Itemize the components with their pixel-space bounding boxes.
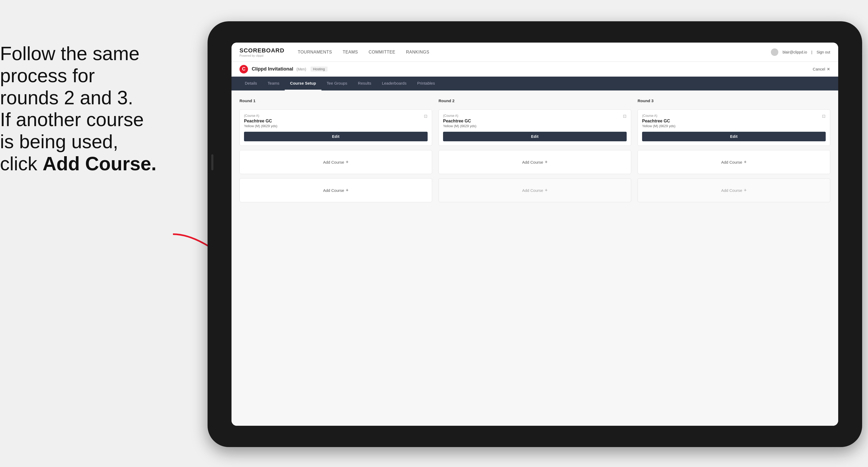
add-course-text-r3-2: Add Course +: [721, 188, 747, 193]
user-email: blair@clippd.io: [783, 50, 807, 54]
edit-course-button-r2[interactable]: Edit: [443, 132, 627, 141]
top-nav: SCOREBOARD Powered by clippd TOURNAMENTS…: [231, 42, 838, 62]
course-name-r2: Peachtree GC: [443, 119, 627, 123]
delete-course-icon-r3[interactable]: ⊡: [820, 113, 827, 119]
plus-icon-r1-1: +: [346, 159, 349, 165]
tab-course-setup[interactable]: Course Setup: [285, 76, 321, 91]
tab-printables[interactable]: Printables: [412, 76, 440, 91]
nav-committee[interactable]: COMMITTEE: [369, 50, 395, 55]
main-content: Round 1 ⊡ (Course A) Peachtree GC Yellow…: [231, 91, 838, 426]
round-2-label: Round 2: [438, 98, 631, 103]
edit-course-button-r3[interactable]: Edit: [642, 132, 826, 141]
add-course-text-r3-1: Add Course +: [721, 159, 747, 165]
logo-subtitle: Powered by clippd: [240, 54, 284, 57]
tab-details[interactable]: Details: [240, 76, 262, 91]
nav-links: TOURNAMENTS TEAMS COMMITTEE RANKINGS: [298, 50, 771, 55]
course-tee-r1: Yellow (M) (6629 yds): [244, 124, 428, 128]
add-course-card-r3-2: Add Course +: [638, 178, 830, 202]
plus-icon-r2-2: +: [545, 188, 548, 193]
round-1-label: Round 1: [240, 98, 432, 103]
plus-icon-r3-1: +: [744, 159, 747, 165]
round-2-column: Round 2 ⊡ (Course A) Peachtree GC Yellow…: [438, 98, 631, 202]
nav-separator: |: [811, 50, 812, 54]
course-card-r2-a: ⊡ (Course A) Peachtree GC Yellow (M) (66…: [438, 110, 631, 146]
course-name-r3: Peachtree GC: [642, 119, 826, 123]
add-course-text-r1-1: Add Course +: [323, 159, 349, 165]
close-icon: ✕: [827, 67, 830, 71]
round-3-column: Round 3 ⊡ (Course A) Peachtree GC Yellow…: [638, 98, 830, 202]
course-label-r2: (Course A): [443, 114, 627, 118]
rounds-container: Round 1 ⊡ (Course A) Peachtree GC Yellow…: [240, 98, 830, 202]
delete-course-icon-r2[interactable]: ⊡: [621, 113, 628, 119]
course-card-r3-a: ⊡ (Course A) Peachtree GC Yellow (M) (66…: [638, 110, 830, 146]
sign-out-link[interactable]: Sign out: [817, 50, 830, 54]
add-course-card-r3-1[interactable]: Add Course +: [638, 150, 830, 174]
nav-rankings[interactable]: RANKINGS: [406, 50, 430, 55]
tab-leaderboards[interactable]: Leaderboards: [376, 76, 412, 91]
tab-bar: Details Teams Course Setup Tee Groups Re…: [231, 76, 838, 91]
course-card-r1-a: ⊡ (Course A) Peachtree GC Yellow (M) (66…: [240, 110, 432, 146]
add-course-text-r1-2: Add Course +: [323, 188, 349, 193]
clippd-logo: C: [240, 65, 248, 73]
add-course-card-r1-1[interactable]: Add Course +: [240, 150, 432, 174]
delete-course-icon-r1[interactable]: ⊡: [422, 113, 429, 119]
add-course-text-r2-2: Add Course +: [522, 188, 548, 193]
add-course-card-r2-2: Add Course +: [438, 178, 631, 202]
hosting-badge: Hosting: [311, 66, 328, 71]
course-label-r1: (Course A): [244, 114, 428, 118]
plus-icon-r1-2: +: [346, 188, 349, 193]
plus-icon-r2-1: +: [545, 159, 548, 165]
add-course-text-r2-1: Add Course +: [522, 159, 548, 165]
nav-teams[interactable]: TEAMS: [343, 50, 358, 55]
edit-course-button-r1[interactable]: Edit: [244, 132, 428, 141]
round-1-column: Round 1 ⊡ (Course A) Peachtree GC Yellow…: [240, 98, 432, 202]
course-label-r3: (Course A): [642, 114, 826, 118]
app-logo: SCOREBOARD: [240, 47, 284, 54]
tablet-frame: SCOREBOARD Powered by clippd TOURNAMENTS…: [208, 21, 862, 447]
tablet-screen: SCOREBOARD Powered by clippd TOURNAMENTS…: [231, 42, 838, 426]
tab-teams[interactable]: Teams: [262, 76, 285, 91]
tournament-gender: (Men): [297, 67, 306, 71]
nav-right: blair@clippd.io | Sign out: [771, 49, 830, 56]
logo-area: SCOREBOARD Powered by clippd: [240, 47, 284, 57]
tournament-name: Clippd Invitational: [252, 66, 293, 72]
tab-results[interactable]: Results: [352, 76, 376, 91]
nav-tournaments[interactable]: TOURNAMENTS: [298, 50, 332, 55]
course-tee-r2: Yellow (M) (6629 yds): [443, 124, 627, 128]
course-tee-r3: Yellow (M) (6629 yds): [642, 124, 826, 128]
course-name-r1: Peachtree GC: [244, 119, 428, 123]
add-course-card-r2-1[interactable]: Add Course +: [438, 150, 631, 174]
instruction-text: Follow the same process for rounds 2 and…: [0, 42, 165, 175]
add-course-card-r1-2[interactable]: Add Course +: [240, 178, 432, 202]
round-3-label: Round 3: [638, 98, 830, 103]
tab-tee-groups[interactable]: Tee Groups: [321, 76, 353, 91]
user-avatar: [771, 49, 778, 56]
cancel-button[interactable]: Cancel ✕: [813, 67, 830, 71]
plus-icon-r3-2: +: [744, 188, 747, 193]
tournament-bar: C Clippd Invitational (Men) Hosting Canc…: [231, 62, 838, 76]
